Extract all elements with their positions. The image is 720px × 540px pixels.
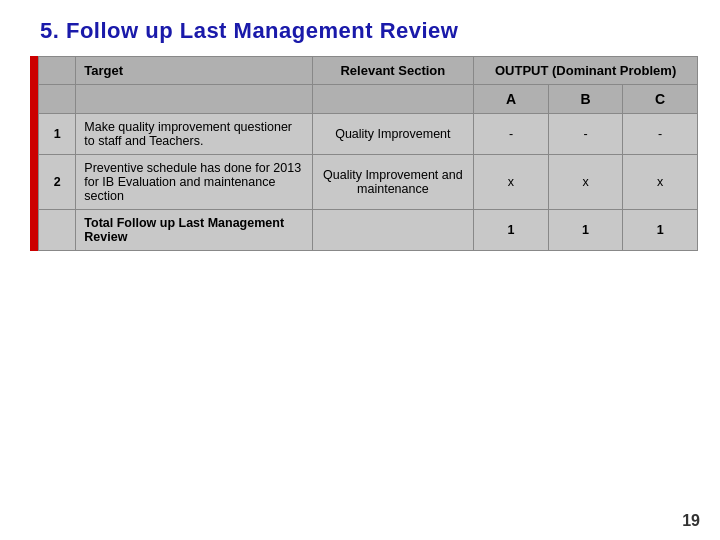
num-header: [39, 57, 76, 85]
relevant-section-header: Relevant Section: [312, 57, 474, 85]
row-total-a: 1: [474, 210, 549, 251]
row-1-c: -: [623, 114, 698, 155]
row-total-b: 1: [548, 210, 623, 251]
col-b-header: B: [548, 85, 623, 114]
page-number: 19: [682, 512, 700, 530]
title-area: 5. Follow up Last Management Review: [0, 0, 720, 56]
row-1-num: 1: [39, 114, 76, 155]
row-total-num: [39, 210, 76, 251]
row-total-relevant: [312, 210, 474, 251]
row-2-a: x: [474, 155, 549, 210]
row-1-a: -: [474, 114, 549, 155]
num-sub-header: [39, 85, 76, 114]
content-area: Target Relevant Section OUTPUT (Dominant…: [0, 56, 720, 251]
table-row-total: Total Follow up Last Management Review 1…: [39, 210, 698, 251]
target-sub-header: [76, 85, 312, 114]
row-1-b: -: [548, 114, 623, 155]
page-title: 5. Follow up Last Management Review: [40, 18, 458, 43]
row-2-c: x: [623, 155, 698, 210]
table-row: 2 Preventive schedule has done for 2013 …: [39, 155, 698, 210]
red-accent-bar: [30, 56, 38, 251]
col-c-header: C: [623, 85, 698, 114]
header-row-1: Target Relevant Section OUTPUT (Dominant…: [39, 57, 698, 85]
target-header: Target: [76, 57, 312, 85]
table-row: 1 Make quality improvement questioner to…: [39, 114, 698, 155]
row-1-relevant: Quality Improvement: [312, 114, 474, 155]
row-2-num: 2: [39, 155, 76, 210]
row-2-target: Preventive schedule has done for 2013 fo…: [76, 155, 312, 210]
row-2-b: x: [548, 155, 623, 210]
col-a-header: A: [474, 85, 549, 114]
relevant-sub-header: [312, 85, 474, 114]
main-table: Target Relevant Section OUTPUT (Dominant…: [38, 56, 698, 251]
row-total-target: Total Follow up Last Management Review: [76, 210, 312, 251]
row-1-target: Make quality improvement questioner to s…: [76, 114, 312, 155]
row-total-c: 1: [623, 210, 698, 251]
output-header: OUTPUT (Dominant Problem): [474, 57, 698, 85]
row-2-relevant: Quality Improvement and maintenance: [312, 155, 474, 210]
header-row-2: A B C: [39, 85, 698, 114]
